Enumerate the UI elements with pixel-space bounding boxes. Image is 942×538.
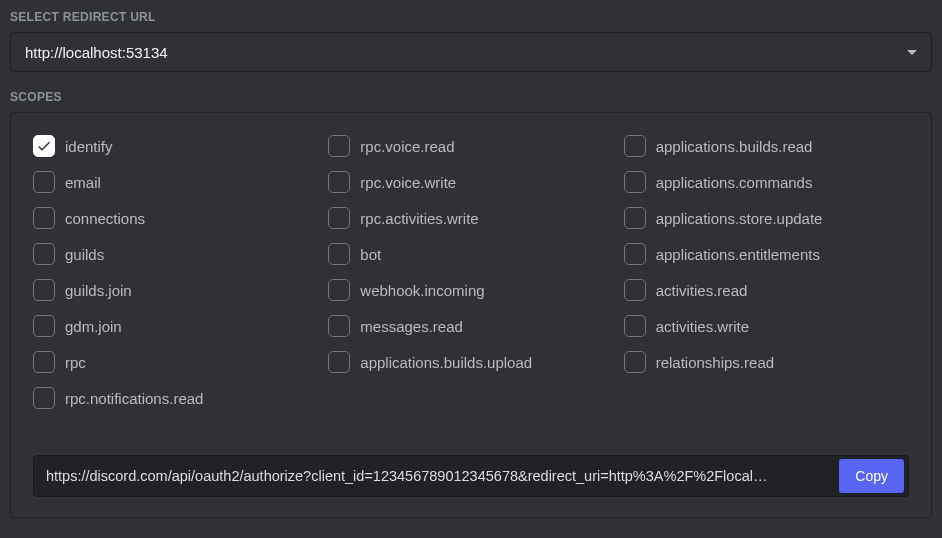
- scope-label: guilds: [65, 246, 104, 263]
- scopes-column: rpc.voice.readrpc.voice.writerpc.activit…: [328, 135, 613, 409]
- scope-label: email: [65, 174, 101, 191]
- checkbox-icon[interactable]: [624, 243, 646, 265]
- copy-button[interactable]: Copy: [839, 459, 904, 493]
- scopes-grid: identifyemailconnectionsguildsguilds.joi…: [33, 135, 909, 409]
- scope-label: messages.read: [360, 318, 463, 335]
- scope-item-activities-read[interactable]: activities.read: [624, 279, 909, 301]
- checkbox-icon[interactable]: [33, 207, 55, 229]
- checkbox-icon[interactable]: [33, 171, 55, 193]
- scope-item-email[interactable]: email: [33, 171, 318, 193]
- chevron-down-icon: [907, 50, 917, 55]
- scope-label: bot: [360, 246, 381, 263]
- scopes-panel: identifyemailconnectionsguildsguilds.joi…: [10, 112, 932, 518]
- checkbox-icon[interactable]: [328, 207, 350, 229]
- scope-item-applications-builds-upload[interactable]: applications.builds.upload: [328, 351, 613, 373]
- checkbox-icon[interactable]: [328, 351, 350, 373]
- scope-item-rpc-voice-write[interactable]: rpc.voice.write: [328, 171, 613, 193]
- checkbox-icon[interactable]: [328, 315, 350, 337]
- scope-item-messages-read[interactable]: messages.read: [328, 315, 613, 337]
- checkbox-icon[interactable]: [624, 351, 646, 373]
- scope-item-bot[interactable]: bot: [328, 243, 613, 265]
- scopes-label: SCOPES: [10, 90, 932, 104]
- scope-label: webhook.incoming: [360, 282, 484, 299]
- redirect-url-select[interactable]: http://localhost:53134: [10, 32, 932, 72]
- scope-label: rpc.voice.write: [360, 174, 456, 191]
- checkbox-icon[interactable]: [624, 135, 646, 157]
- scope-item-applications-store-update[interactable]: applications.store.update: [624, 207, 909, 229]
- scope-label: activities.write: [656, 318, 749, 335]
- scope-label: rpc.voice.read: [360, 138, 454, 155]
- checkbox-icon[interactable]: [328, 171, 350, 193]
- checkbox-icon[interactable]: [33, 387, 55, 409]
- checkbox-icon[interactable]: [33, 135, 55, 157]
- scope-item-rpc-notifications-read[interactable]: rpc.notifications.read: [33, 387, 318, 409]
- checkbox-icon[interactable]: [328, 243, 350, 265]
- scope-item-relationships-read[interactable]: relationships.read: [624, 351, 909, 373]
- redirect-url-value: http://localhost:53134: [25, 44, 907, 61]
- checkbox-icon[interactable]: [33, 279, 55, 301]
- checkbox-icon[interactable]: [624, 171, 646, 193]
- scopes-column: identifyemailconnectionsguildsguilds.joi…: [33, 135, 318, 409]
- scope-label: gdm.join: [65, 318, 122, 335]
- checkbox-icon[interactable]: [624, 207, 646, 229]
- scopes-column: applications.builds.readapplications.com…: [624, 135, 909, 409]
- scope-label: applications.commands: [656, 174, 813, 191]
- scope-item-guilds[interactable]: guilds: [33, 243, 318, 265]
- scope-label: applications.store.update: [656, 210, 823, 227]
- scope-label: applications.builds.read: [656, 138, 813, 155]
- scope-item-rpc[interactable]: rpc: [33, 351, 318, 373]
- scope-label: applications.builds.upload: [360, 354, 532, 371]
- scope-label: rpc.activities.write: [360, 210, 478, 227]
- checkbox-icon[interactable]: [33, 351, 55, 373]
- checkbox-icon[interactable]: [328, 135, 350, 157]
- scope-item-applications-commands[interactable]: applications.commands: [624, 171, 909, 193]
- scope-label: identify: [65, 138, 113, 155]
- checkbox-icon[interactable]: [33, 243, 55, 265]
- scope-item-guilds-join[interactable]: guilds.join: [33, 279, 318, 301]
- scope-item-rpc-voice-read[interactable]: rpc.voice.read: [328, 135, 613, 157]
- generated-url-text[interactable]: https://discord.com/api/oauth2/authorize…: [46, 468, 829, 484]
- scope-label: rpc.notifications.read: [65, 390, 203, 407]
- scope-item-gdm-join[interactable]: gdm.join: [33, 315, 318, 337]
- scope-label: rpc: [65, 354, 86, 371]
- generated-url-row: https://discord.com/api/oauth2/authorize…: [33, 455, 909, 497]
- scope-item-webhook-incoming[interactable]: webhook.incoming: [328, 279, 613, 301]
- scope-item-identify[interactable]: identify: [33, 135, 318, 157]
- scope-item-applications-builds-read[interactable]: applications.builds.read: [624, 135, 909, 157]
- scope-label: applications.entitlements: [656, 246, 820, 263]
- scope-item-applications-entitlements[interactable]: applications.entitlements: [624, 243, 909, 265]
- scope-label: guilds.join: [65, 282, 132, 299]
- checkbox-icon[interactable]: [33, 315, 55, 337]
- scope-label: activities.read: [656, 282, 748, 299]
- scope-label: connections: [65, 210, 145, 227]
- checkbox-icon[interactable]: [624, 279, 646, 301]
- scope-item-activities-write[interactable]: activities.write: [624, 315, 909, 337]
- scope-label: relationships.read: [656, 354, 774, 371]
- checkbox-icon[interactable]: [328, 279, 350, 301]
- redirect-url-label: SELECT REDIRECT URL: [10, 10, 932, 24]
- scope-item-rpc-activities-write[interactable]: rpc.activities.write: [328, 207, 613, 229]
- scope-item-connections[interactable]: connections: [33, 207, 318, 229]
- checkbox-icon[interactable]: [624, 315, 646, 337]
